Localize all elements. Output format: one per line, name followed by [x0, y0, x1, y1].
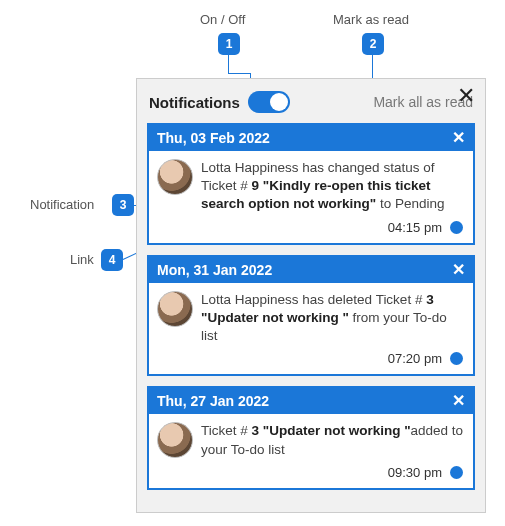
- panel-header: Notifications Mark all as read: [147, 87, 475, 123]
- notifications-panel: ✕ Notifications Mark all as read Thu, 03…: [136, 78, 486, 513]
- card-footer: 07:20 pm: [149, 351, 473, 374]
- card-time: 04:15 pm: [388, 220, 442, 235]
- notification-card: Thu, 03 Feb 2022 ✕ Lotta Happiness has c…: [147, 123, 475, 245]
- card-footer: 04:15 pm: [149, 220, 473, 243]
- card-time: 07:20 pm: [388, 351, 442, 366]
- notification-message[interactable]: Lotta Happiness has changed status of Ti…: [201, 159, 465, 214]
- msg-pre: Ticket #: [201, 423, 252, 438]
- card-close-icon[interactable]: ✕: [452, 262, 465, 278]
- notification-message[interactable]: Lotta Happiness has deleted Ticket # 3 "…: [201, 291, 465, 346]
- avatar: [157, 422, 193, 458]
- card-body: Lotta Happiness has deleted Ticket # 3 "…: [149, 283, 473, 352]
- card-body: Ticket # 3 "Updater not working "added t…: [149, 414, 473, 464]
- msg-link[interactable]: 3 "Updater not working ": [252, 423, 411, 438]
- unread-dot-icon[interactable]: [450, 352, 463, 365]
- card-header: Thu, 27 Jan 2022 ✕: [149, 388, 473, 414]
- msg-pre: Lotta Happiness has deleted Ticket #: [201, 292, 426, 307]
- card-footer: 09:30 pm: [149, 465, 473, 488]
- unread-dot-icon[interactable]: [450, 466, 463, 479]
- card-date: Mon, 31 Jan 2022: [157, 262, 272, 278]
- msg-post: to Pending: [376, 196, 444, 211]
- callout-badge-2: 2: [362, 33, 384, 55]
- callout-line: [228, 73, 250, 74]
- close-icon[interactable]: ✕: [457, 85, 475, 107]
- callout-label-notification: Notification: [30, 197, 94, 212]
- card-body: Lotta Happiness has changed status of Ti…: [149, 151, 473, 220]
- callout-label-markread: Mark as read: [333, 12, 409, 27]
- card-close-icon[interactable]: ✕: [452, 130, 465, 146]
- card-header: Mon, 31 Jan 2022 ✕: [149, 257, 473, 283]
- card-header: Thu, 03 Feb 2022 ✕: [149, 125, 473, 151]
- avatar: [157, 291, 193, 327]
- card-time: 09:30 pm: [388, 465, 442, 480]
- notification-message[interactable]: Ticket # 3 "Updater not working "added t…: [201, 422, 465, 458]
- notification-card: Thu, 27 Jan 2022 ✕ Ticket # 3 "Updater n…: [147, 386, 475, 489]
- toggle-knob: [270, 93, 288, 111]
- notification-card: Mon, 31 Jan 2022 ✕ Lotta Happiness has d…: [147, 255, 475, 377]
- callout-line: [228, 55, 229, 73]
- avatar: [157, 159, 193, 195]
- card-date: Thu, 27 Jan 2022: [157, 393, 269, 409]
- notifications-toggle[interactable]: [248, 91, 290, 113]
- callout-label-link: Link: [70, 252, 94, 267]
- panel-title: Notifications: [149, 94, 240, 111]
- card-date: Thu, 03 Feb 2022: [157, 130, 270, 146]
- card-close-icon[interactable]: ✕: [452, 393, 465, 409]
- callout-badge-3: 3: [112, 194, 134, 216]
- callout-label-onoff: On / Off: [200, 12, 245, 27]
- unread-dot-icon[interactable]: [450, 221, 463, 234]
- panel-header-left: Notifications: [149, 91, 290, 113]
- callout-badge-1: 1: [218, 33, 240, 55]
- callout-badge-4: 4: [101, 249, 123, 271]
